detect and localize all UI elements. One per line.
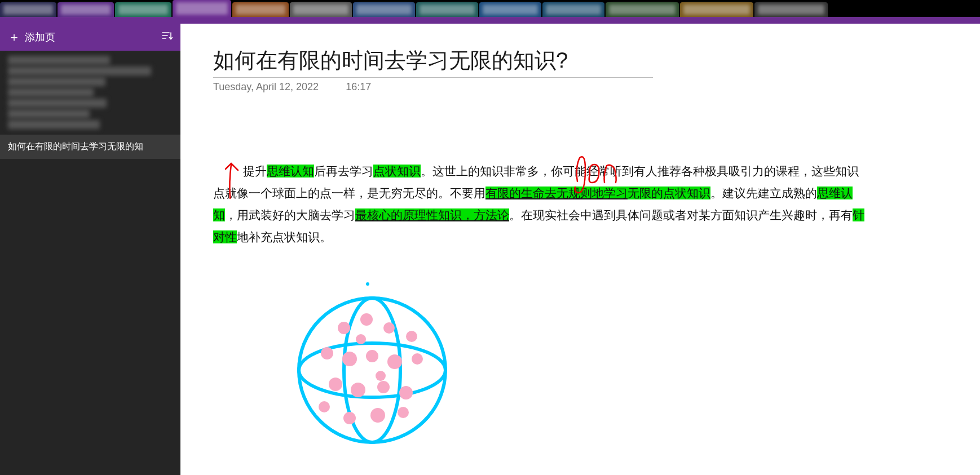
svg-point-13	[342, 352, 357, 366]
sidebar-toolbar: ＋ 添加页	[0, 24, 180, 51]
svg-point-6	[299, 343, 445, 397]
note-container: 如何在有限的时间去学习无限的知识? Tuesday, April 12, 202…	[213, 46, 946, 248]
svg-point-21	[319, 401, 330, 412]
pink-dots-ink	[319, 313, 423, 424]
svg-point-26	[376, 371, 386, 381]
note-body[interactable]: 提升思维认知后再去学习点状知识。这世上的知识非常多，你可能经常听到有人推荐各种极…	[213, 161, 867, 248]
highlighted-text: 点状知识	[373, 165, 421, 177]
highlighted-text: 思维认知	[267, 165, 314, 177]
svg-point-22	[343, 412, 356, 424]
section-tab[interactable]	[290, 2, 352, 17]
section-tab[interactable]	[353, 2, 415, 17]
svg-point-19	[377, 381, 390, 393]
note-canvas[interactable]: 如何在有限的时间去学习无限的知识? Tuesday, April 12, 202…	[180, 24, 980, 475]
svg-point-7	[344, 298, 400, 442]
note-time: 16:17	[346, 81, 371, 93]
note-meta: Tuesday, April 12, 2022 16:17	[213, 81, 946, 93]
body-text: 。在现实社会中遇到具体问题或者对某方面知识产生兴趣时，再有	[509, 208, 853, 221]
body-text: 后再去学习	[314, 165, 373, 177]
section-tab[interactable]	[754, 2, 828, 17]
section-tab[interactable]	[115, 2, 171, 17]
svg-point-24	[398, 407, 409, 418]
svg-point-25	[356, 334, 366, 344]
page-item-redacted-group[interactable]	[0, 51, 180, 135]
section-tab[interactable]	[0, 2, 56, 17]
body-text: 提升	[243, 165, 267, 177]
section-tab-label-redacted	[293, 5, 348, 15]
svg-point-17	[329, 378, 342, 391]
section-tab[interactable]	[232, 2, 289, 17]
svg-point-20	[399, 386, 413, 399]
note-title[interactable]: 如何在有限的时间去学习无限的知识?	[213, 46, 653, 78]
section-tab-label-redacted	[61, 5, 111, 15]
cyan-sphere-ink	[299, 282, 445, 442]
section-tab-label-redacted	[118, 5, 168, 15]
section-tab-label-redacted	[236, 5, 285, 15]
sort-pages-button[interactable]	[161, 31, 173, 43]
section-tab-label-redacted	[683, 5, 750, 15]
section-tab[interactable]	[542, 2, 604, 17]
section-tab[interactable]	[606, 2, 679, 17]
add-page-button[interactable]: ＋ 添加页	[8, 29, 55, 46]
highlighted-text: 有限的生命去无规则地学习	[485, 187, 628, 199]
workspace: ＋ 添加页 如何在有限的时间去学习无限的知 如何在有限的时间去学习无限的	[0, 24, 980, 475]
svg-point-4	[366, 282, 369, 286]
section-tab-label-redacted	[483, 5, 538, 15]
note-date: Tuesday, April 12, 2022	[213, 81, 319, 93]
svg-point-8	[338, 322, 350, 334]
section-tab-label-redacted	[546, 5, 601, 15]
svg-point-12	[321, 347, 333, 359]
section-tab-label-redacted	[356, 5, 412, 15]
svg-point-5	[299, 298, 445, 442]
add-page-label: 添加页	[25, 30, 55, 44]
section-tab[interactable]	[173, 0, 231, 17]
svg-point-23	[370, 408, 385, 423]
section-tab[interactable]	[58, 2, 114, 17]
section-header-bar	[0, 17, 980, 24]
svg-point-15	[387, 354, 402, 369]
section-tab-label-redacted	[3, 5, 53, 15]
section-tab-label-redacted	[176, 2, 228, 15]
page-sidebar: ＋ 添加页 如何在有限的时间去学习无限的知	[0, 24, 180, 475]
highlighted-text: 最核心的原理性知识，方法论	[355, 208, 509, 221]
section-tab-label-redacted	[420, 5, 475, 15]
body-text: 。建议先建立成熟的	[710, 187, 817, 199]
svg-point-9	[360, 313, 373, 326]
body-text: ，用武装好的大脑去学习	[225, 208, 355, 221]
svg-point-16	[412, 353, 423, 365]
highlighted-text: 无限的点状知识	[628, 187, 710, 199]
sort-descending-icon	[161, 31, 173, 41]
svg-point-18	[351, 383, 365, 397]
page-item-selected[interactable]: 如何在有限的时间去学习无限的知	[0, 135, 180, 159]
svg-point-11	[406, 331, 417, 342]
section-tab-label-redacted	[758, 5, 824, 15]
notebook-section-tabs	[0, 0, 980, 17]
section-tab-label-redacted	[609, 5, 676, 15]
section-tab[interactable]	[479, 2, 541, 17]
svg-point-10	[383, 322, 395, 334]
svg-point-14	[366, 350, 378, 362]
body-text: 地补充点状知识。	[237, 230, 332, 243]
section-tab[interactable]	[680, 2, 753, 17]
section-tab[interactable]	[416, 2, 478, 17]
plus-icon: ＋	[8, 29, 20, 46]
page-list[interactable]: 如何在有限的时间去学习无限的知	[0, 51, 180, 475]
